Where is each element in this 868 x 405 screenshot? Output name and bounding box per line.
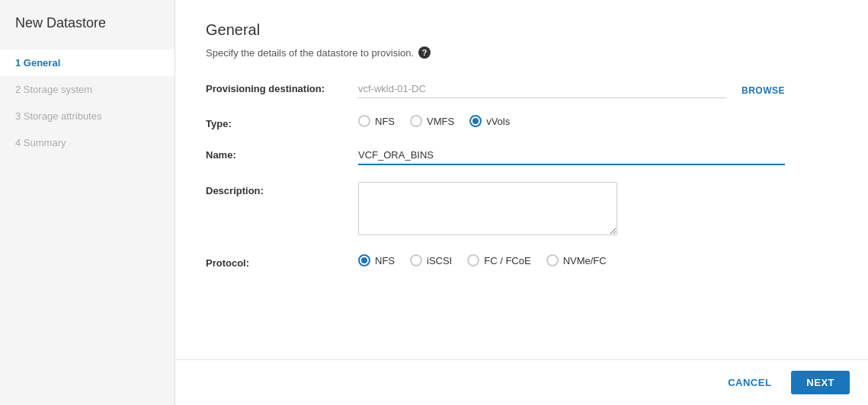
type-vvols-option[interactable]: vVols — [469, 115, 510, 127]
protocol-nfs-radio[interactable] — [358, 254, 370, 266]
type-nfs-radio[interactable] — [358, 115, 370, 127]
main-content: General Specify the details of the datas… — [175, 0, 868, 405]
sidebar-item-general[interactable]: 1 General — [0, 49, 175, 76]
description-label: Description: — [206, 182, 358, 196]
name-control — [358, 146, 785, 165]
protocol-nfs-option[interactable]: NFS — [358, 254, 395, 266]
name-row: Name: — [206, 146, 838, 165]
browse-button[interactable]: BROWSE — [741, 82, 785, 96]
protocol-nvme-radio[interactable] — [546, 254, 559, 266]
sidebar-item-storage-system: 2 Storage system — [0, 76, 175, 103]
protocol-row: Protocol: NFS iSCSI FC / FCoE — [206, 254, 838, 269]
type-vvols-radio[interactable] — [469, 115, 482, 127]
sidebar: New Datastore 1 General 2 Storage system… — [0, 0, 175, 405]
protocol-fcfcoe-radio[interactable] — [467, 254, 479, 266]
protocol-iscsi-radio[interactable] — [410, 254, 422, 266]
type-row: Type: NFS VMFS vVols — [206, 115, 838, 129]
type-radio-group: NFS VMFS vVols — [358, 115, 785, 127]
provisioning-control: BROWSE — [358, 80, 785, 98]
cancel-button[interactable]: CANCEL — [716, 371, 783, 394]
provisioning-destination-row: Provisioning destination: BROWSE — [206, 80, 838, 98]
protocol-fcfcoe-option[interactable]: FC / FCoE — [467, 254, 530, 266]
help-icon[interactable]: ? — [418, 46, 431, 59]
type-label: Type: — [206, 115, 358, 129]
protocol-label: Protocol: — [206, 254, 358, 269]
sidebar-item-storage-attributes: 3 Storage attributes — [0, 103, 175, 129]
sidebar-item-summary: 4 Summary — [0, 129, 175, 156]
type-nfs-option[interactable]: NFS — [358, 115, 395, 127]
type-vmfs-option[interactable]: VMFS — [410, 115, 454, 127]
type-vmfs-radio[interactable] — [410, 115, 422, 127]
protocol-iscsi-option[interactable]: iSCSI — [410, 254, 452, 266]
protocol-radio-group: NFS iSCSI FC / FCoE NVMe/FC — [358, 254, 785, 266]
footer: CANCEL NEXT — [175, 359, 868, 405]
name-label: Name: — [206, 146, 358, 161]
provisioning-label: Provisioning destination: — [206, 80, 358, 94]
description-textarea[interactable] — [358, 182, 617, 235]
name-input[interactable] — [358, 146, 785, 165]
subtitle: Specify the details of the datastore to … — [206, 46, 838, 59]
type-control: NFS VMFS vVols — [358, 115, 785, 127]
protocol-nvme-option[interactable]: NVMe/FC — [546, 254, 607, 266]
description-control — [358, 182, 785, 238]
page-title: General — [206, 21, 838, 39]
description-row: Description: — [206, 182, 838, 238]
protocol-control: NFS iSCSI FC / FCoE NVMe/FC — [358, 254, 785, 266]
sidebar-title: New Datastore — [0, 15, 175, 49]
next-button[interactable]: NEXT — [791, 371, 850, 394]
provisioning-destination-input[interactable] — [358, 80, 726, 98]
